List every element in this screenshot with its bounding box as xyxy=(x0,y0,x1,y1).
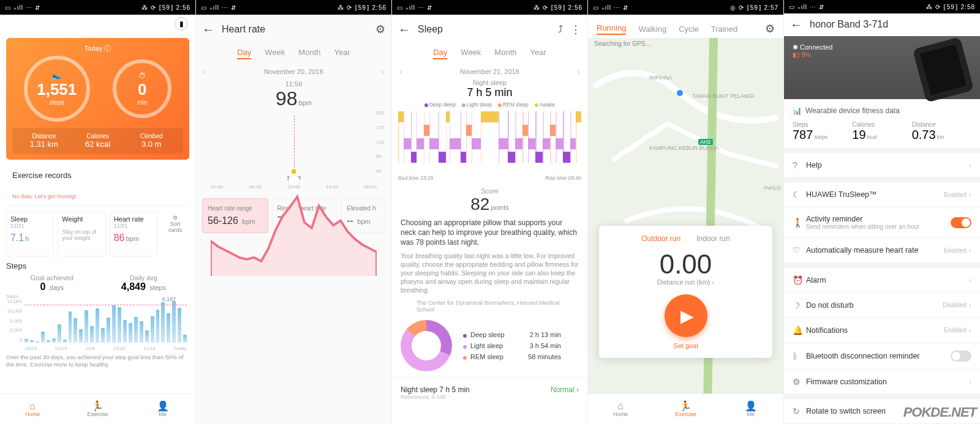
svg-point-1 xyxy=(677,90,683,96)
map-view[interactable]: Searching for GPS… IMPIANA TAMAN BUKIT P… xyxy=(588,38,783,393)
gear-icon[interactable]: ⚙ xyxy=(765,22,775,35)
tab-running[interactable]: Running xyxy=(597,23,626,35)
steps-value: 1,551 xyxy=(37,80,77,99)
nav-me[interactable]: 👤Me xyxy=(718,394,783,424)
help-row[interactable]: ?Help› xyxy=(784,153,980,178)
dnd-row[interactable]: ☽Do not disturbDisabled› xyxy=(784,293,980,318)
steps-note: Over the past 30 days, you achieved your… xyxy=(0,351,195,369)
activity-icon: 🚶 xyxy=(793,218,806,228)
bt-reminder-row[interactable]: ᛒBluetooth disconnection reminder xyxy=(784,343,980,370)
activity-toggle[interactable] xyxy=(951,217,971,228)
next-icon[interactable]: › xyxy=(381,67,384,76)
page-title: honor Band 3-71d xyxy=(810,19,888,30)
distance-label[interactable]: Distance run (km) › xyxy=(608,278,764,286)
next-icon[interactable]: › xyxy=(577,67,580,76)
today-label: Today ⓘ xyxy=(12,44,183,53)
share-icon[interactable]: ⤴ xyxy=(558,24,563,35)
back-icon[interactable]: ← xyxy=(790,18,802,32)
nav-home[interactable]: ⌂Home xyxy=(0,394,65,424)
tab-day[interactable]: Day xyxy=(237,48,251,59)
exercise-screen: ▭ ₊ıll ⋯ ⇵◎ ⟳ ⟦59⟧ 2:57 Running Walking … xyxy=(588,0,784,424)
back-icon[interactable]: ← xyxy=(398,23,410,37)
activity-reminder-row[interactable]: 🚶Activity reminderSend reminders when si… xyxy=(784,207,980,238)
nav-exercise[interactable]: 🏃Exercise xyxy=(65,394,130,424)
device-icon[interactable]: ▮ xyxy=(175,17,188,31)
heart-rate-screen: ▭ ₊ıll ⋯ ⇵⁂ ⟳ ⟦59⟧ 2:56 ← Heart rate ⚙ D… xyxy=(196,0,392,424)
sleep-advice: Choosing an appropriate pillow that supp… xyxy=(392,214,587,248)
alarm-row[interactable]: ⏰Alarm› xyxy=(784,268,980,293)
auto-hr-row[interactable]: ♡Automatically measure heart rateEnabled… xyxy=(784,238,980,263)
rotate-row[interactable]: ↻Rotate to switch screen xyxy=(784,399,980,424)
tab-year[interactable]: Year xyxy=(334,48,350,59)
tab-year[interactable]: Year xyxy=(530,48,546,59)
date-label: November 20, 2018 xyxy=(264,68,323,75)
date-label: November 21, 2018 xyxy=(460,68,519,75)
gear-icon: ⚙ xyxy=(165,215,186,221)
tab-month[interactable]: Month xyxy=(298,48,320,59)
device-screen: ▭ ₊ıll ⋯ ⇵⁂ ⟳ ⟦59⟧ 2:58 ← honor Band 3-7… xyxy=(784,0,980,424)
firmware-row[interactable]: ⚙Firmware customization› xyxy=(784,370,980,395)
tab-week[interactable]: Week xyxy=(461,48,481,59)
more-icon[interactable]: ⋮ xyxy=(570,23,581,36)
bt-toggle[interactable] xyxy=(951,351,971,362)
sleep-total: 7 h 5 min xyxy=(392,86,587,99)
home-icon: ⌂ xyxy=(29,401,36,411)
sort-cards[interactable]: ⚙ Sort cards xyxy=(161,211,189,256)
heart-rate-card[interactable]: Heart rate 11/21 86bpm xyxy=(110,211,157,256)
home-screen: ▭ ₊ıll ⋯ ⇵ ⁂ ⟳ ⟦59⟧ 2:56 ▮ Today ⓘ 👟 1,5… xyxy=(0,0,196,424)
bluetooth-icon: ᛒ xyxy=(793,351,806,361)
gear-icon[interactable]: ⚙ xyxy=(375,23,385,36)
page-title: Heart rate xyxy=(222,24,265,35)
sleep-advice-detail: Your breathing quality last night was a … xyxy=(392,248,587,295)
steps-title: Steps xyxy=(6,261,189,270)
min-value: 0 xyxy=(138,80,146,99)
prev-icon[interactable]: ‹ xyxy=(203,67,206,76)
sleep-donut xyxy=(401,320,452,371)
sleep-stages-chart xyxy=(398,110,581,175)
nodata-text: No data. Let's get moving! xyxy=(12,193,183,199)
prev-icon[interactable]: ‹ xyxy=(399,67,402,76)
sleep-card[interactable]: Sleep 11/21 7.1h xyxy=(6,211,54,256)
bell-icon: 🔔 xyxy=(793,325,806,335)
weight-card[interactable]: Weight Stay on top of your weight xyxy=(58,211,105,256)
trusleep-row[interactable]: ☾HUAWEI TruSleep™Enabled› xyxy=(784,182,980,207)
status-bar: ▭ ₊ıll ⋯ ⇵⁂ ⟳ ⟦59⟧ 2:56 xyxy=(196,0,391,15)
device-banner: ✱ Connected ▮▯ 9% xyxy=(784,36,980,99)
tab-month[interactable]: Month xyxy=(494,48,516,59)
today-stats: Distance1.31 km Calories62 kcal Climbed3… xyxy=(12,128,183,154)
moon-icon: ☽ xyxy=(793,300,806,310)
sleep-icon: ☾ xyxy=(793,190,806,199)
back-icon[interactable]: ← xyxy=(202,23,214,37)
distance-value: 0.00 xyxy=(608,249,764,280)
tab-day[interactable]: Day xyxy=(433,48,447,59)
tab-outdoor-run[interactable]: Outdoor run xyxy=(641,234,680,243)
tab-week[interactable]: Week xyxy=(265,48,285,59)
status-bar: ▭ ₊ıll ⋯ ⇵◎ ⟳ ⟦59⟧ 2:57 xyxy=(588,0,783,15)
nav-exercise[interactable]: 🏃Exercise xyxy=(653,394,718,424)
steps-chart: Steps 12,00010,0006,0003,0000 10/2310/29… xyxy=(6,296,189,351)
rotate-icon: ↻ xyxy=(793,406,806,416)
tab-indoor-run[interactable]: Indoor run xyxy=(696,234,730,243)
run-icon: 🏃 xyxy=(91,401,104,411)
steps-label: steps xyxy=(50,99,64,106)
tab-walking[interactable]: Walking xyxy=(638,24,666,34)
min-label: min xyxy=(137,99,147,106)
page-title: Sleep xyxy=(418,24,443,35)
nav-home[interactable]: ⌂Home xyxy=(588,394,653,424)
start-button[interactable]: ▶ xyxy=(665,294,707,337)
status-bar: ▭ ₊ıll ⋯ ⇵⁂ ⟳ ⟦59⟧ 2:56 xyxy=(392,0,587,15)
tab-trained[interactable]: Trained xyxy=(711,24,738,34)
person-icon: 👤 xyxy=(157,401,169,411)
notifications-row[interactable]: 🔔NotificationsEnabled› xyxy=(784,318,980,343)
exercise-records[interactable]: Exercise records No data. Let's get movi… xyxy=(6,165,189,206)
source-citation: The Center for Dynamical Biomarkers, Har… xyxy=(392,294,587,313)
alarm-icon: ⏰ xyxy=(793,275,806,285)
set-goal-link[interactable]: Set goal xyxy=(608,342,764,349)
status-left: ▭ ₊ıll ⋯ ⇵ xyxy=(5,4,40,11)
tab-cycle[interactable]: Cycle xyxy=(679,24,699,34)
night-sleep-row[interactable]: Night sleep 7 h 5 min Normal › xyxy=(392,378,587,394)
today-card[interactable]: Today ⓘ 👟 1,551 steps ⏱ 0 min Distance1.… xyxy=(6,38,189,160)
status-bar: ▭ ₊ıll ⋯ ⇵ ⁂ ⟳ ⟦59⟧ 2:56 xyxy=(0,0,195,15)
chart-icon: 📊 xyxy=(793,106,802,115)
nav-me[interactable]: 👤Me xyxy=(130,394,195,424)
